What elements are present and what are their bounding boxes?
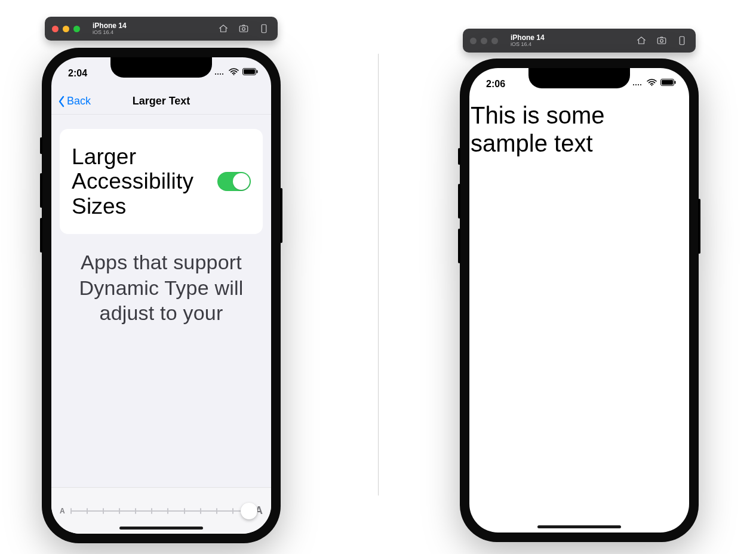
- home-indicator[interactable]: [119, 527, 203, 530]
- simulator-titlebar-left[interactable]: iPhone 14 iOS 16.4: [45, 17, 278, 41]
- notch: [110, 57, 212, 78]
- slider-tick: [151, 508, 152, 514]
- simulator-os-version: iOS 16.4: [93, 30, 127, 35]
- small-a-icon: A: [60, 507, 65, 515]
- traffic-close-icon[interactable]: [470, 38, 477, 44]
- wifi-icon: [647, 79, 657, 86]
- side-button: [698, 199, 700, 254]
- rotate-icon[interactable]: [677, 35, 687, 46]
- mute-switch: [40, 137, 42, 154]
- svg-rect-10: [257, 70, 258, 73]
- svg-point-1: [242, 27, 245, 30]
- text-size-slider[interactable]: [71, 503, 249, 519]
- home-icon[interactable]: [218, 23, 229, 34]
- svg-point-3: [215, 73, 216, 75]
- simulator-titlebar-right[interactable]: iPhone 14 iOS 16.4: [463, 29, 696, 53]
- status-time: 2:06: [486, 79, 505, 90]
- slider-tick: [70, 508, 72, 514]
- simulator-os-version: iOS 16.4: [511, 42, 545, 47]
- wifi-icon: [229, 68, 239, 75]
- back-button[interactable]: Back: [51, 95, 91, 107]
- traffic-min-icon[interactable]: [63, 26, 69, 32]
- slider-thumb[interactable]: [241, 503, 257, 519]
- slider-tick: [103, 508, 104, 514]
- back-label: Back: [67, 95, 91, 107]
- screenshot-icon[interactable]: [238, 23, 249, 34]
- larger-sizes-toggle[interactable]: [217, 172, 251, 191]
- svg-point-5: [220, 73, 221, 75]
- svg-point-4: [217, 73, 219, 75]
- svg-point-15: [635, 84, 637, 85]
- sample-text-label: This is some sample text: [469, 101, 689, 158]
- svg-point-14: [633, 84, 634, 85]
- settings-content[interactable]: Larger Accessi­bility Sizes Apps that su…: [51, 115, 271, 487]
- mute-switch: [458, 148, 460, 165]
- simulator-device-name: iPhone 14: [511, 34, 545, 42]
- svg-point-17: [640, 84, 641, 85]
- home-icon[interactable]: [636, 35, 647, 46]
- rotate-icon[interactable]: [259, 23, 269, 34]
- svg-rect-13: [680, 36, 684, 45]
- svg-rect-9: [244, 69, 255, 74]
- volume-down-button: [458, 229, 460, 263]
- slider-tick: [232, 508, 233, 514]
- traffic-close-icon[interactable]: [52, 26, 59, 32]
- slider-tick: [200, 508, 201, 514]
- notch: [528, 68, 630, 88]
- cellular-icon: [214, 68, 225, 75]
- traffic-min-icon[interactable]: [481, 38, 487, 44]
- slider-tick: [167, 508, 168, 514]
- volume-down-button: [40, 218, 42, 253]
- dynamic-type-footer: Apps that support Dynamic Type will adju…: [74, 250, 248, 326]
- svg-point-18: [651, 85, 653, 86]
- simulator-device-name: iPhone 14: [93, 22, 127, 30]
- larger-sizes-label: Larger Accessi­bility Sizes: [72, 144, 203, 218]
- screenshot-icon[interactable]: [656, 35, 667, 46]
- iphone-simulator-left: 2:04 Back Larger Text Larger Accessi­bi: [42, 48, 281, 543]
- chevron-left-icon: [57, 96, 66, 107]
- svg-rect-0: [239, 26, 248, 32]
- svg-rect-11: [657, 38, 666, 44]
- svg-rect-2: [262, 24, 266, 33]
- cellular-icon: [632, 79, 643, 86]
- nav-bar: Back Larger Text: [51, 88, 271, 115]
- slider-tick: [119, 508, 120, 514]
- larger-sizes-cell: Larger Accessi­bility Sizes: [60, 129, 263, 234]
- svg-rect-20: [662, 80, 673, 85]
- battery-icon: [660, 79, 676, 86]
- slider-tick: [184, 508, 185, 514]
- home-indicator[interactable]: [537, 525, 621, 528]
- volume-up-button: [458, 184, 460, 218]
- svg-rect-21: [675, 81, 676, 84]
- slider-tick: [135, 508, 136, 514]
- slider-tick: [87, 508, 88, 514]
- battery-icon: [242, 68, 258, 75]
- iphone-simulator-right: 2:06 This is some sample text: [460, 59, 699, 542]
- traffic-max-icon[interactable]: [73, 26, 80, 32]
- svg-point-7: [233, 74, 235, 75]
- svg-point-16: [638, 84, 639, 85]
- svg-point-6: [222, 73, 223, 75]
- traffic-max-icon[interactable]: [491, 38, 498, 44]
- volume-up-button: [40, 173, 42, 208]
- svg-point-12: [660, 39, 663, 42]
- status-time: 2:04: [68, 68, 87, 79]
- side-button: [280, 188, 282, 243]
- slider-tick: [216, 508, 217, 514]
- vertical-divider: [378, 54, 379, 495]
